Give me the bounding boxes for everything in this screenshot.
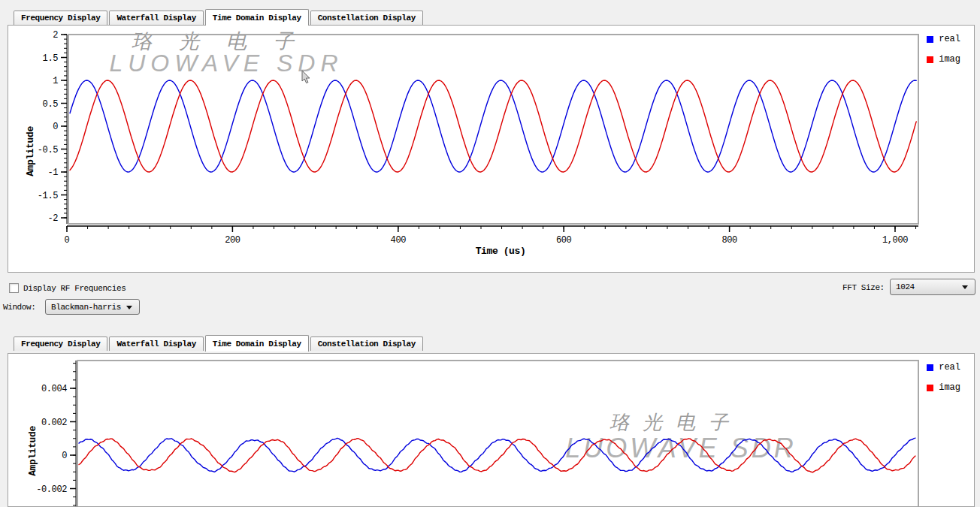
- watermark-text: LUOWAVE SDR: [565, 433, 796, 463]
- tick-label: 0.5: [43, 99, 59, 110]
- top-legend: real imag: [927, 34, 960, 74]
- legend-label: imag: [939, 54, 960, 65]
- bottom-legend: real imag: [927, 362, 960, 403]
- tick-label: 2: [53, 30, 58, 41]
- fft-size-value: 1024: [896, 282, 915, 291]
- tab-frequency-display-2[interactable]: Frequency Display: [14, 336, 107, 351]
- tick-label: 0.002: [41, 418, 67, 428]
- tick-label: -0.002: [36, 484, 67, 495]
- window-label: Window:: [3, 303, 35, 312]
- tick-label: 0: [53, 122, 58, 132]
- fft-size-label: FFT Size:: [842, 283, 885, 292]
- top-plot-canvas[interactable]: 珞光电子LUOWAVE SDR21.510.50-0.5-1-1.5-20200…: [8, 26, 974, 272]
- watermark-text: 珞光电子: [609, 412, 742, 433]
- top-y-axis-title: Amplitude: [25, 122, 36, 182]
- real-swatch-icon: [927, 36, 933, 43]
- tick-label: -2: [47, 213, 58, 224]
- top-x-axis-title: Time (us): [440, 246, 561, 257]
- mouse-cursor-icon: [301, 71, 312, 84]
- tick-label: 1,000: [882, 235, 908, 246]
- tick-label: 0: [62, 451, 67, 461]
- tab-waterfall-display-2[interactable]: Waterfall Display: [109, 336, 203, 351]
- window-select[interactable]: Blackman-harris: [45, 299, 140, 315]
- tick-label: 1.5: [43, 53, 59, 64]
- display-rf-frequencies-checkbox[interactable]: [9, 283, 19, 293]
- tick-label: 200: [225, 235, 240, 246]
- time-domain-panel-bottom: 珞光电子LUOWAVE SDR0.0040.0020-0.002 Amplitu…: [8, 353, 975, 507]
- time-domain-panel-top: 珞光电子LUOWAVE SDR21.510.50-0.5-1-1.5-20200…: [8, 25, 975, 273]
- window-value: Blackman-harris: [51, 303, 121, 312]
- tick-label: 0.004: [41, 384, 67, 394]
- tick-label: -0.5: [38, 145, 58, 155]
- tab-constellation-display[interactable]: Constellation Display: [310, 11, 423, 25]
- legend-item-imag: imag: [927, 382, 960, 393]
- legend-item-imag: imag: [927, 54, 960, 65]
- legend-item-real: real: [927, 34, 960, 44]
- real-swatch-icon: [927, 364, 933, 371]
- imag-swatch-icon: [927, 56, 933, 63]
- legend-item-real: real: [927, 362, 960, 373]
- tick-label: 600: [556, 235, 572, 246]
- bottom-plot-canvas[interactable]: 珞光电子LUOWAVE SDR0.0040.0020-0.002: [8, 354, 974, 507]
- chevron-down-icon: [126, 306, 132, 309]
- chevron-down-icon: [962, 285, 968, 289]
- tick-label: 0: [65, 235, 70, 246]
- fft-size-select[interactable]: 1024: [890, 279, 975, 295]
- tab-bar-bottom: Frequency Display Waterfall Display Time…: [14, 335, 425, 351]
- tab-bar-top: Frequency Display Waterfall Display Time…: [14, 9, 425, 25]
- tick-label: -1.5: [38, 191, 58, 201]
- tick-label: -1: [47, 167, 58, 178]
- legend-label: real: [939, 362, 960, 373]
- tab-time-domain-display[interactable]: Time Domain Display: [205, 9, 309, 26]
- tick-label: 400: [391, 235, 407, 246]
- legend-label: real: [939, 34, 960, 44]
- tick-label: 1: [53, 76, 58, 86]
- tab-constellation-display-2[interactable]: Constellation Display: [310, 336, 423, 351]
- display-rf-frequencies-label: Display RF Frequencies: [23, 284, 126, 293]
- legend-label: imag: [939, 382, 960, 393]
- tab-frequency-display[interactable]: Frequency Display: [14, 11, 107, 25]
- tab-waterfall-display[interactable]: Waterfall Display: [109, 11, 203, 25]
- bottom-y-axis-title: Amplitude: [27, 421, 38, 481]
- tab-time-domain-display-2[interactable]: Time Domain Display: [205, 335, 309, 352]
- imag-swatch-icon: [927, 385, 933, 391]
- tick-label: 800: [721, 235, 737, 246]
